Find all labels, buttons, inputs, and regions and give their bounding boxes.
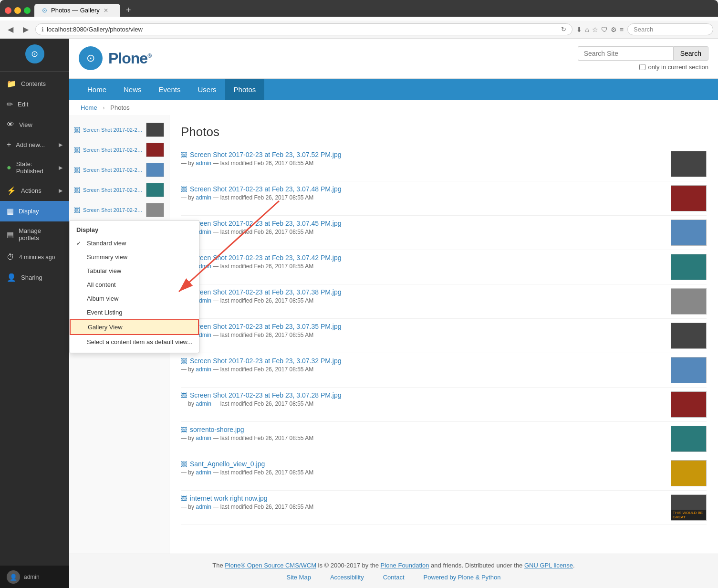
minimize-button[interactable] — [14, 7, 21, 14]
image-icon: 🖼 — [181, 461, 187, 468]
sidebar-item-view[interactable]: 👁 View — [0, 115, 69, 135]
file-icon: 🖼 — [74, 187, 80, 194]
photo-link[interactable]: 🖼 sorrento-shore.jpg — [181, 426, 671, 433]
new-tab-button[interactable]: + — [126, 5, 131, 15]
add-new-arrow: ▶ — [59, 142, 62, 148]
breadcrumb-home[interactable]: Home — [81, 104, 97, 111]
list-item[interactable]: 🖼 Screen Shot 2017-02-23 at Feb 23, 3.07… — [69, 160, 169, 180]
dropdown-item-event-listing[interactable]: Event Listing — [70, 305, 199, 319]
image-icon: 🖼 — [181, 392, 187, 399]
photo-link[interactable]: 🖼 Screen Shot 2017-02-23 at Feb 23, 3.07… — [181, 323, 671, 330]
shield-icon[interactable]: 🛡 — [601, 26, 608, 33]
nav-users[interactable]: Users — [189, 79, 225, 100]
sidebar-item-add-new[interactable]: + Add new... ▶ — [0, 135, 69, 155]
list-item[interactable]: 🖼 Screen Shot 2017-02-23 at Feb 23, 3.07… — [69, 140, 169, 160]
footer-sitemap-link[interactable]: Site Map — [287, 574, 311, 581]
sidebar-item-contents[interactable]: 📁 Contents — [0, 74, 69, 94]
photo-link[interactable]: 🖼 Screen Shot 2017-02-23 at Feb 23, 3.07… — [181, 220, 671, 227]
download-icon[interactable]: ⬇ — [576, 26, 582, 33]
footer-license-link[interactable]: GNU GPL license — [524, 562, 573, 569]
file-icon: 🖼 — [74, 147, 80, 154]
contents-icon: 📁 — [7, 79, 16, 88]
dropdown-label: Event Listing — [87, 309, 122, 316]
file-thumbnail — [146, 203, 164, 217]
photo-item: 🖼 Screen Shot 2017-02-23 at Feb 23, 3.07… — [181, 147, 707, 181]
sidebar-label-actions: Actions — [21, 187, 42, 194]
photo-link[interactable]: 🖼 internet work right now.jpg — [181, 494, 671, 502]
author-link[interactable]: admin — [196, 366, 211, 373]
author-link[interactable]: admin — [196, 504, 211, 510]
refresh-button[interactable]: ↻ — [561, 26, 566, 33]
dropdown-item-tabular-view[interactable]: Tabular view — [70, 264, 199, 278]
photo-thumbnail — [671, 185, 707, 211]
url-text: localhost:8080/Gallery/photos/view — [47, 26, 558, 33]
back-button[interactable]: ◀ — [5, 24, 16, 35]
sidebar-item-time[interactable]: ⏱ 4 minutes ago — [0, 247, 69, 267]
author-link[interactable]: admin — [196, 400, 211, 407]
dropdown-item-summary-view[interactable]: Summary view — [70, 250, 199, 264]
dropdown-item-standard-view[interactable]: ✓ Standard view — [70, 236, 199, 250]
close-button[interactable] — [5, 7, 11, 14]
tab-close-button[interactable]: ✕ — [104, 7, 108, 14]
dropdown-item-all-content[interactable]: All content — [70, 278, 199, 292]
search-input[interactable] — [578, 46, 673, 61]
photo-link[interactable]: 🖼 Screen Shot 2017-02-23 at Feb 23, 3.07… — [181, 151, 671, 158]
dropdown-item-select-default[interactable]: Select a content item as default view... — [70, 335, 199, 350]
photo-link[interactable]: 🖼 Screen Shot 2017-02-23 at Feb 23, 3.07… — [181, 288, 671, 296]
author-link[interactable]: admin — [196, 194, 211, 201]
menu-icon[interactable]: ≡ — [620, 26, 624, 33]
photo-item: 🖼 Screen Shot 2017-02-23 at Feb 23, 3.07… — [181, 353, 707, 388]
photo-link[interactable]: 🖼 Screen Shot 2017-02-23 at Feb 23, 3.07… — [181, 391, 671, 399]
photo-thumbnail — [671, 426, 707, 452]
search-button[interactable]: Search — [673, 46, 708, 61]
list-item[interactable]: 🖼 Screen Shot 2017-02-23 at Feb 23, 3.07… — [69, 200, 169, 220]
photo-link[interactable]: 🖼 Screen Shot 2017-02-23 at Feb 23, 3.07… — [181, 357, 671, 365]
sidebar-item-manage-portlets[interactable]: ▤ Manage portlets — [0, 221, 69, 247]
sidebar-label-display: Display — [19, 208, 39, 215]
search-section-checkbox[interactable] — [639, 64, 645, 70]
footer-contact-link[interactable]: Contact — [383, 574, 405, 581]
nav-home[interactable]: Home — [79, 79, 115, 100]
author-link[interactable]: admin — [196, 435, 211, 441]
maximize-button[interactable] — [24, 7, 31, 14]
photo-thumbnail — [671, 288, 707, 315]
dropdown-item-album-view[interactable]: Album view — [70, 292, 199, 305]
state-arrow: ▶ — [59, 165, 62, 171]
footer-cms-link[interactable]: Plone® Open Source CMS/WCM — [225, 562, 316, 569]
list-item[interactable]: 🖼 Screen Shot 2017-02-23 at Feb 23, 3.07… — [69, 180, 169, 200]
dropdown-item-gallery-view[interactable]: Gallery View — [70, 319, 199, 335]
sidebar-label-state: State: Published — [16, 160, 54, 175]
browser-tab[interactable]: ⊙ Photos — Gallery ✕ — [34, 4, 120, 17]
url-bar[interactable]: ℹ localhost:8080/Gallery/photos/view ↻ — [35, 23, 572, 35]
sidebar-item-display[interactable]: ▦ Display — [0, 201, 69, 221]
browser-search-input[interactable]: Search — [627, 23, 713, 35]
nav-photos[interactable]: Photos — [225, 79, 265, 100]
settings-icon[interactable]: ⚙ — [611, 26, 617, 33]
dropdown-label: Standard view — [87, 240, 126, 247]
sidebar-item-state[interactable]: ● State: Published ▶ — [0, 155, 69, 180]
list-item[interactable]: 🖼 Screen Shot 2017-02-23 at Feb 23, 3.07… — [69, 120, 169, 140]
photo-meta: — by admin — last modified Feb 26, 2017 … — [181, 160, 671, 167]
dropdown-label: Select a content item as default view... — [87, 338, 192, 346]
author-link[interactable]: admin — [196, 160, 211, 167]
author-link[interactable]: admin — [196, 469, 211, 476]
footer-foundation-link[interactable]: Plone Foundation — [381, 562, 429, 569]
image-icon: 🖼 — [181, 495, 187, 502]
photo-link[interactable]: 🖼 Sant_Agnello_view_0.jpg — [181, 460, 671, 468]
sidebar-item-actions[interactable]: ⚡ Actions ▶ — [0, 180, 69, 201]
forward-button[interactable]: ▶ — [20, 24, 31, 35]
portlets-icon: ▤ — [7, 230, 14, 239]
home-icon[interactable]: ⌂ — [585, 26, 589, 33]
nav-events[interactable]: Events — [150, 79, 189, 100]
sidebar-item-sharing[interactable]: 👤 Sharing — [0, 267, 69, 288]
photo-link[interactable]: 🖼 Screen Shot 2017-02-23 at Feb 23, 3.07… — [181, 254, 671, 262]
footer-powered-link[interactable]: Powered by Plone & Python — [424, 574, 501, 581]
photo-meta: — by admin — last modified Feb 26, 2017 … — [181, 297, 671, 304]
bookmark-icon[interactable]: ☆ — [592, 26, 598, 33]
display-icon: ▦ — [7, 207, 14, 216]
nav-news[interactable]: News — [115, 79, 150, 100]
footer-accessibility-link[interactable]: Accessibility — [330, 574, 364, 581]
photo-link[interactable]: 🖼 Screen Shot 2017-02-23 at Feb 23, 3.07… — [181, 185, 671, 193]
sidebar-item-edit[interactable]: ✏ Edit — [0, 94, 69, 115]
file-icon: 🖼 — [74, 167, 80, 174]
